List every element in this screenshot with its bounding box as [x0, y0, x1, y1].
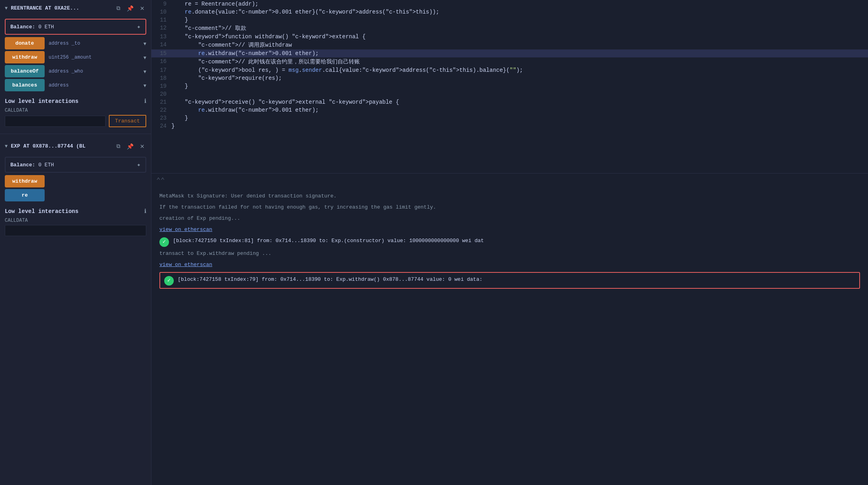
calldata-row-2 [5, 225, 146, 236]
line-content: "c-keyword">require(res); [171, 74, 868, 82]
contract2-pin-button[interactable]: 📌 [125, 142, 135, 150]
withdraw-button[interactable]: withdraw [5, 51, 45, 63]
line-content: "c-keyword">receive() "c-keyword">extern… [171, 98, 868, 106]
line-content: } [171, 122, 868, 130]
log-entry-text: [block:7427158 txIndex:79] from: 0x714..… [178, 275, 855, 284]
line-number: 17 [151, 66, 171, 74]
balances-button[interactable]: balances [5, 79, 45, 91]
line-number: 11 [151, 16, 171, 24]
contract2-low-level: Low level interactions ℹ CALLDATA [0, 203, 151, 239]
check-circle-icon: ✓ [164, 276, 174, 286]
code-line-11: 11 } [151, 16, 868, 24]
line-number: 23 [151, 114, 171, 122]
line-number: 22 [151, 106, 171, 114]
line-content: } [171, 114, 868, 122]
line-number: 12 [151, 24, 171, 33]
code-line-13: 13 "c-keyword">function withdraw() "c-ke… [151, 33, 868, 41]
donate-dropdown-button[interactable]: ▾ [143, 40, 146, 47]
transact-button[interactable]: Transact [109, 115, 146, 127]
line-number: 19 [151, 82, 171, 90]
contract1-header: ▼ REENTRANCE AT 0XA2E... ⧉ 📌 ✕ [0, 0, 151, 16]
calldata-label-2: CALLDATA [5, 218, 146, 223]
withdraw-row: withdraw uint256 _amount ▾ [5, 51, 146, 63]
contract2-copy-button[interactable]: ⧉ [115, 142, 122, 150]
low-level-title: Low level interactions [5, 98, 79, 104]
calldata-input[interactable] [5, 116, 106, 127]
code-line-12: 12 "c-comment">// 取款 [151, 24, 868, 33]
contract1-close-button[interactable]: ✕ [138, 4, 146, 12]
balanceof-param: address _who [47, 68, 141, 75]
line-number: 15 [151, 49, 171, 57]
check-circle-icon: ✓ [159, 237, 169, 247]
donate-button[interactable]: donate [5, 37, 45, 49]
etherscan-link[interactable]: view on etherscan [159, 227, 212, 233]
line-content: re.donate{value:"c-number">0.001 ether}(… [171, 8, 868, 16]
contract1-title: REENTRANCE AT 0XA2E... [11, 5, 112, 11]
log-entry: ✓[block:7427158 txIndex:79] from: 0x714.… [159, 272, 860, 289]
calldata-label: CALLDATA [5, 108, 146, 113]
balances-row: balances address ▾ [5, 79, 146, 91]
code-line-17: 17 ("c-keyword">bool res, ) = msg.sender… [151, 66, 868, 74]
exp-re-button[interactable]: re [5, 189, 45, 201]
code-line-23: 23 } [151, 114, 868, 122]
low-level-title-2: Low level interactions [5, 208, 79, 215]
code-table: 9 re = Reentrance(addr);10 re.donate{val… [151, 0, 868, 130]
contract1-chevron-icon[interactable]: ▼ [5, 6, 8, 11]
right-panel: 9 re = Reentrance(addr);10 re.donate{val… [151, 0, 868, 485]
line-content: } [171, 82, 868, 90]
withdraw-dropdown-button[interactable]: ▾ [143, 54, 146, 61]
code-line-22: 22 re.withdraw("c-number">0.001 ether); [151, 106, 868, 114]
code-line-9: 9 re = Reentrance(addr); [151, 0, 868, 8]
contract1-pin-button[interactable]: 📌 [125, 4, 135, 12]
log-entry-text: [block:7427150 txIndex:81] from: 0x714..… [173, 237, 860, 245]
withdraw-param: uint256 _amount [47, 54, 141, 61]
calldata-input-2[interactable] [5, 225, 146, 236]
low-level-header: Low level interactions ℹ [5, 98, 146, 104]
donate-param: address _to [47, 40, 141, 47]
collapse-arrows[interactable]: ⌃⌃ [151, 173, 868, 187]
line-number: 10 [151, 8, 171, 16]
code-line-18: 18 "c-keyword">require(res); [151, 74, 868, 82]
line-number: 9 [151, 0, 171, 8]
line-number: 13 [151, 33, 171, 41]
contract2-balance-box: Balance: 0 ETH ✦ [5, 157, 146, 173]
contract2-close-button[interactable]: ✕ [138, 142, 146, 150]
line-content: "c-comment">// 取款 [171, 24, 868, 33]
code-line-21: 21 "c-keyword">receive() "c-keyword">ext… [151, 98, 868, 106]
code-line-24: 24} [151, 122, 868, 130]
log-text: If the transaction failed for not having… [159, 203, 860, 212]
calldata-row: Transact [5, 115, 146, 127]
sparkle-icon: ✦ [137, 23, 141, 31]
balances-param: address [47, 82, 141, 89]
contract1-balance-label: Balance: 0 ETH [10, 24, 54, 30]
contract2-section: ▼ EXP AT 0X878...87744 (BL ⧉ 📌 ✕ Balance… [0, 138, 151, 239]
info-icon: ℹ [144, 98, 146, 104]
contract1-copy-button[interactable]: ⧉ [115, 4, 122, 12]
line-number: 14 [151, 41, 171, 49]
contract2-chevron-icon[interactable]: ▼ [5, 144, 8, 149]
line-content: re.withdraw("c-number">0.001 ether); [171, 106, 868, 114]
balanceof-dropdown-button[interactable]: ▾ [143, 68, 146, 75]
balances-dropdown-button[interactable]: ▾ [143, 82, 146, 89]
log-text: transact to Exp.withdraw pending ... [159, 249, 860, 258]
contract1-balance-box: Balance: 0 ETH ✦ [5, 19, 146, 35]
balanceof-button[interactable]: balanceOf [5, 65, 45, 77]
etherscan-link[interactable]: view on etherscan [159, 262, 212, 268]
code-line-16: 16 "c-comment">// 此时钱在该合约里，所以需要给我们自己转账 [151, 57, 868, 66]
code-line-10: 10 re.donate{value:"c-number">0.001 ethe… [151, 8, 868, 16]
line-number: 24 [151, 122, 171, 130]
code-line-19: 19 } [151, 82, 868, 90]
log-area: MetaMask tx Signature: User denied trans… [151, 187, 868, 485]
contract2-sparkle-icon: ✦ [137, 161, 141, 169]
line-content: re.withdraw("c-number">0.001 ether); [171, 49, 868, 57]
low-level-header-2: Low level interactions ℹ [5, 208, 146, 215]
line-number: 21 [151, 98, 171, 106]
line-number: 20 [151, 90, 171, 98]
line-content: } [171, 16, 868, 24]
contract2-header: ▼ EXP AT 0X878...87744 (BL ⧉ 📌 ✕ [0, 138, 151, 154]
exp-withdraw-row: withdraw [5, 175, 146, 187]
contract1-low-level: Low level interactions ℹ CALLDATA Transa… [0, 93, 151, 130]
code-line-14: 14 "c-comment">// 调用原withdraw [151, 41, 868, 49]
contract2-balance-label: Balance: 0 ETH [10, 162, 54, 168]
exp-withdraw-button[interactable]: withdraw [5, 175, 45, 187]
